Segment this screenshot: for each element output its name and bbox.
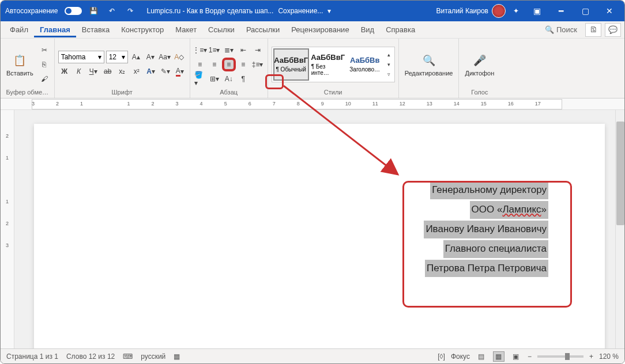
- undo-icon[interactable]: ↶: [105, 4, 119, 18]
- header-text-block[interactable]: Генеральному директору ООО «Лампикс» Ива…: [393, 181, 548, 279]
- styles-down-icon[interactable]: ▾: [385, 60, 393, 69]
- vertical-scrollbar[interactable]: [615, 110, 624, 348]
- doc-line-1[interactable]: Генеральному директору: [430, 181, 548, 199]
- align-right-icon[interactable]: ≡: [223, 58, 235, 71]
- autosave-toggle[interactable]: [65, 7, 82, 15]
- horizontal-ruler[interactable]: 321 1234567891011121314151617: [1, 98, 624, 110]
- editing-button[interactable]: 🔍 Редактирование: [402, 51, 455, 78]
- scrollbar-thumb[interactable]: [616, 122, 624, 225]
- doc-line-5[interactable]: Петрова Петра Петровича: [425, 260, 548, 278]
- minimize-icon[interactable]: ━: [551, 2, 571, 20]
- bullets-icon[interactable]: ⋮≡▾: [194, 44, 206, 56]
- clear-format-icon[interactable]: A◇: [173, 51, 186, 63]
- style-preview: АаБбВв: [350, 56, 380, 65]
- shrink-font-icon[interactable]: A▾: [144, 51, 157, 63]
- save-icon[interactable]: 💾: [86, 4, 100, 18]
- font-color-icon[interactable]: A▾: [174, 65, 186, 78]
- page[interactable]: Генеральному директору ООО «Лампикс» Ива…: [34, 124, 605, 348]
- status-language[interactable]: русский: [141, 352, 165, 361]
- doc-line-2[interactable]: ООО «Лампикс»: [470, 201, 548, 219]
- copy-icon[interactable]: ⎘: [38, 58, 51, 71]
- dictate-button[interactable]: 🎤 Диктофон: [462, 51, 496, 78]
- tab-file[interactable]: Файл: [4, 22, 34, 37]
- close-icon[interactable]: ✕: [599, 2, 620, 20]
- maximize-icon[interactable]: ▢: [575, 2, 596, 20]
- line-spacing-icon[interactable]: ‡≡▾: [251, 58, 264, 71]
- doc-line-4[interactable]: Главного специалиста: [443, 240, 548, 258]
- search-box[interactable]: 🔍Поиск: [540, 24, 582, 36]
- doc-line-3[interactable]: Иванову Ивану Ивановичу: [424, 221, 548, 238]
- coming-soon-icon[interactable]: ✦: [509, 4, 523, 18]
- tab-help[interactable]: Справка: [380, 22, 421, 37]
- tab-mailings[interactable]: Рассылки: [240, 22, 285, 37]
- tab-view[interactable]: Вид: [355, 22, 381, 37]
- align-left-icon[interactable]: ≡: [194, 58, 206, 71]
- underline-icon[interactable]: Ч▾: [87, 65, 100, 78]
- focus-icon[interactable]: [◊]: [438, 352, 445, 361]
- zoom-out-icon[interactable]: −: [528, 352, 532, 361]
- paste-button[interactable]: 📋 Вставить: [4, 51, 36, 78]
- grow-font-icon[interactable]: A▴: [130, 51, 142, 63]
- format-painter-icon[interactable]: 🖌: [38, 73, 51, 85]
- multilevel-icon[interactable]: ≣▾: [223, 44, 235, 56]
- justify-icon[interactable]: ≡: [237, 58, 250, 71]
- zoom-level[interactable]: 120 %: [599, 352, 619, 361]
- vertical-ruler[interactable]: 21 123: [1, 110, 14, 348]
- strike-icon[interactable]: ab: [101, 65, 114, 78]
- view-web-icon[interactable]: ▣: [510, 351, 522, 362]
- text-effects-icon[interactable]: A▾: [145, 65, 157, 78]
- style-heading1[interactable]: АаБбВв Заголово…: [347, 48, 383, 81]
- paste-icon: 📋: [12, 52, 28, 69]
- highlight-icon[interactable]: ✎▾: [159, 65, 172, 78]
- change-case-icon[interactable]: Aa▾: [159, 51, 171, 63]
- comments-button[interactable]: 💬: [605, 23, 621, 37]
- view-read-icon[interactable]: ▤: [476, 351, 487, 362]
- style-label: ¶ Без инте…: [311, 63, 345, 76]
- font-size-select[interactable]: 12▾: [106, 51, 128, 63]
- tab-insert[interactable]: Вставка: [76, 22, 115, 37]
- sort-icon[interactable]: A↓: [223, 73, 235, 85]
- editing-label: Редактирование: [405, 70, 453, 77]
- zoom-slider[interactable]: [537, 355, 583, 358]
- quick-access: Автосохранение 💾 ↶ ↷: [5, 4, 137, 18]
- tab-home[interactable]: Главная: [34, 22, 76, 37]
- status-words[interactable]: Слово 12 из 12: [66, 352, 115, 361]
- style-normal[interactable]: АаБбВвГ ¶ Обычный: [273, 48, 309, 81]
- shading-icon[interactable]: 🪣▾: [194, 73, 206, 85]
- numbering-icon[interactable]: 1≡▾: [208, 44, 221, 56]
- increase-indent-icon[interactable]: ⇥: [251, 44, 264, 56]
- mic-icon: 🎤: [472, 52, 488, 69]
- share-button[interactable]: 🖻: [585, 23, 601, 37]
- decrease-indent-icon[interactable]: ⇤: [237, 44, 250, 56]
- cut-icon[interactable]: ✂: [38, 44, 51, 56]
- status-page[interactable]: Страница 1 из 1: [6, 352, 58, 361]
- subscript-icon[interactable]: x₂: [116, 65, 129, 78]
- style-preview: АаБбВвГ: [274, 56, 308, 65]
- redo-icon[interactable]: ↷: [123, 4, 137, 18]
- focus-label[interactable]: Фокус: [451, 352, 470, 361]
- styles-group-label: Стили: [272, 88, 395, 97]
- tab-design[interactable]: Конструктор: [115, 22, 170, 37]
- font-name-select[interactable]: Tahoma▾: [58, 51, 104, 63]
- user-avatar[interactable]: [492, 4, 506, 18]
- bold-icon[interactable]: Ж: [58, 65, 71, 78]
- show-marks-icon[interactable]: ¶: [237, 73, 250, 85]
- style-no-spacing[interactable]: АаБбВвГ ¶ Без инте…: [310, 48, 346, 81]
- tab-review[interactable]: Рецензирование: [285, 22, 355, 37]
- editing-group-label: [402, 88, 455, 97]
- tab-layout[interactable]: Макет: [170, 22, 202, 37]
- superscript-icon[interactable]: x²: [130, 65, 143, 78]
- borders-icon[interactable]: ⊞▾: [208, 73, 221, 85]
- styles-up-icon[interactable]: ▴: [385, 50, 393, 59]
- zoom-in-icon[interactable]: +: [589, 352, 593, 361]
- styles-more-icon[interactable]: ▿: [385, 70, 393, 79]
- tab-references[interactable]: Ссылки: [202, 22, 240, 37]
- align-center-icon[interactable]: ≡: [208, 58, 221, 71]
- ribbon-options-icon[interactable]: ▣: [526, 2, 547, 20]
- macro-icon[interactable]: ▦: [174, 352, 180, 361]
- italic-icon[interactable]: К: [73, 65, 85, 78]
- page-container: Генеральному директору ООО «Лампикс» Ива…: [14, 110, 624, 348]
- view-print-icon[interactable]: ▦: [493, 351, 504, 362]
- styles-gallery[interactable]: АаБбВвГ ¶ Обычный АаБбВвГ ¶ Без инте… Аа…: [272, 47, 395, 82]
- spellcheck-icon[interactable]: ⌨: [123, 352, 133, 361]
